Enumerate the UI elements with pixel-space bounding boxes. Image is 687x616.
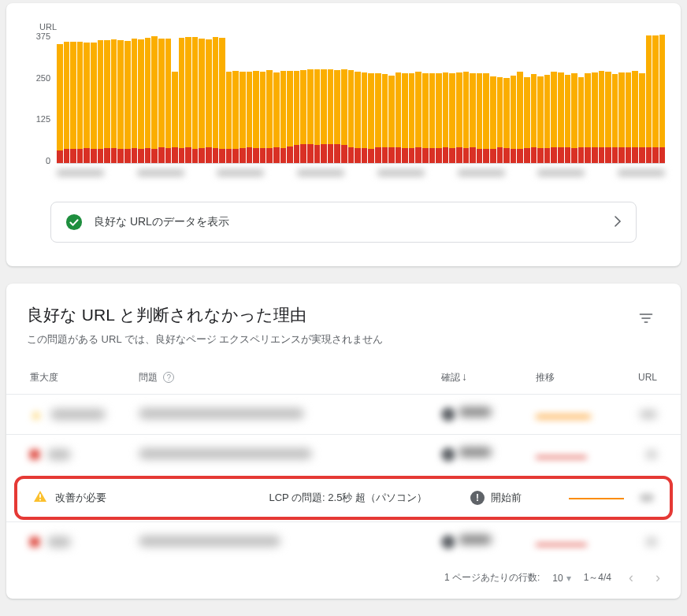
chart-bar [307, 32, 314, 163]
table-row[interactable] [6, 522, 681, 562]
prev-page-button[interactable]: ‹ [624, 566, 638, 589]
chart-bar [260, 32, 266, 163]
url-chart: URL 375 250 125 0 [19, 6, 668, 178]
chart-bar [422, 32, 429, 163]
chart-card: URL 375 250 125 0 良好な URLのデータを表示 [6, 3, 681, 266]
warning-icon [33, 490, 47, 506]
chart-bar [599, 32, 605, 163]
chevron-right-icon [614, 216, 622, 229]
chart-bar [138, 32, 144, 163]
chart-bar [551, 32, 557, 163]
chart-bar [280, 32, 287, 163]
chart-bar [443, 32, 449, 163]
chart-x-tick [377, 169, 425, 176]
show-good-urls-button[interactable]: 良好な URLのデータを表示 [50, 202, 637, 243]
chart-bar [334, 32, 340, 163]
issues-card: 良好な URL と判断されなかった理由 この問題がある URL では、良好なペー… [6, 284, 681, 599]
chart-bar [199, 32, 205, 163]
rows-per-page-label: 1 ページあたりの行数: [444, 571, 540, 584]
chart-bar [179, 32, 185, 163]
col-trend[interactable]: 推移 [529, 361, 632, 395]
chart-bar [626, 32, 632, 163]
chart-bar [470, 32, 476, 163]
filter-icon [638, 310, 654, 326]
chart-bar [483, 32, 489, 163]
chart-bar [517, 32, 523, 163]
chart-bar [544, 32, 551, 163]
chart-bar [247, 32, 253, 163]
chart-bar [395, 32, 402, 163]
chart-bar [503, 32, 510, 163]
table-row[interactable]: ▲ [6, 395, 681, 435]
chart-bar [531, 32, 537, 163]
chart-bar [145, 32, 151, 163]
chart-bar [192, 32, 199, 163]
chart-bar [571, 32, 577, 163]
chart-bar [185, 32, 191, 163]
chart-bar [98, 32, 104, 163]
chart-bar [266, 32, 273, 163]
col-check[interactable]: 確認↓ [435, 361, 529, 395]
table-row[interactable] [6, 435, 681, 475]
chart-bar [253, 32, 259, 163]
help-icon[interactable]: ? [163, 372, 174, 383]
trend-sparkline [569, 498, 624, 499]
chart-bar [348, 32, 355, 163]
chart-bar [382, 32, 388, 163]
chart-x-tick [137, 169, 184, 176]
chart-bar [497, 32, 503, 163]
issue-label: LCP の問題: 2.5秒 超（パソコン） [136, 479, 433, 517]
issues-table: 重大度 問題 ? 確認↓ 推移 URL ▲ [6, 361, 681, 562]
chart-bar [477, 32, 483, 163]
highlighted-issue-row[interactable]: 改善が必要 LCP の問題: 2.5秒 超（パソコン） !開始前 [14, 476, 673, 520]
chart-bar [111, 32, 117, 163]
severity-label: 改善が必要 [55, 491, 106, 505]
chart-bar [639, 32, 645, 163]
chart-bar [511, 32, 517, 163]
chart-bar [151, 32, 158, 163]
chart-bar [449, 32, 455, 163]
chart-x-tick [57, 169, 104, 176]
chart-x-ticks [57, 167, 665, 178]
check-circle-icon [65, 213, 83, 231]
chart-bar [132, 32, 138, 163]
next-page-button[interactable]: › [651, 566, 665, 589]
chart-bar [64, 32, 70, 163]
issues-title: 良好な URL と判断されなかった理由 [27, 304, 383, 326]
chart-bar [362, 32, 368, 163]
chart-bar [592, 32, 598, 163]
chart-x-tick [618, 169, 665, 176]
status-label: 開始前 [491, 492, 522, 503]
chart-bar [321, 32, 327, 163]
chart-bar [565, 32, 571, 163]
chart-bar [91, 32, 97, 163]
chart-bar [415, 32, 421, 163]
chart-bar [117, 32, 124, 163]
col-url[interactable]: URL [632, 361, 681, 395]
chart-bar [456, 32, 462, 163]
chart-bar [463, 32, 470, 163]
chart-bar [341, 32, 347, 163]
rows-per-page-select[interactable]: 10 ▾ [552, 573, 570, 584]
filter-button[interactable] [632, 304, 660, 335]
chart-x-tick [217, 169, 264, 176]
chart-bar [375, 32, 381, 163]
chart-bar [84, 32, 90, 163]
chart-x-tick [297, 169, 344, 176]
chart-bar [402, 32, 408, 163]
table-pager: 1 ページあたりの行数: 10 ▾ 1～4/4 ‹ › [6, 562, 681, 589]
chart-bar [232, 32, 239, 163]
chart-bar [578, 32, 585, 163]
col-issue[interactable]: 問題 ? [132, 361, 435, 395]
col-severity[interactable]: 重大度 [6, 361, 132, 395]
chart-bar [314, 32, 321, 163]
chart-bar [605, 32, 611, 163]
chart-bar [409, 32, 415, 163]
svg-rect-2 [39, 499, 41, 501]
chart-bar [219, 32, 225, 163]
chart-bar [328, 32, 334, 163]
chart-bar [585, 32, 591, 163]
svg-point-0 [66, 214, 82, 230]
chart-bar [490, 32, 496, 163]
sort-down-icon: ↓ [462, 370, 467, 383]
